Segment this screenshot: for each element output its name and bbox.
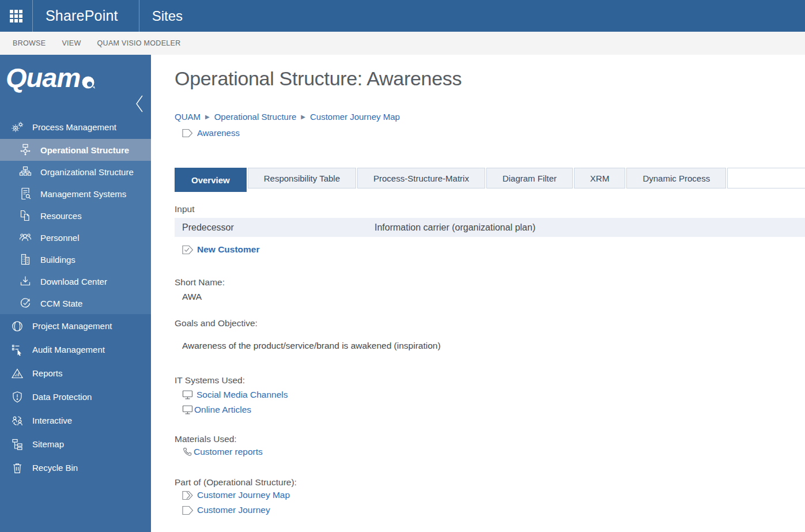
tab-overview[interactable]: Overview [175, 168, 247, 192]
pentagon-icon [182, 505, 194, 515]
it-system-link-online-articles[interactable]: Online Articles [182, 402, 805, 417]
predecessor-link-new-customer[interactable]: New Customer [182, 242, 805, 257]
process-pentagon-icon [182, 129, 193, 138]
sidebar-item-data-protection[interactable]: Data Protection [0, 385, 151, 409]
sidebar-item-label: Personnel [40, 233, 80, 243]
process-management-submenu: Operational Structure Organizational Str… [0, 139, 151, 314]
pentagon-check-icon [182, 245, 194, 255]
link-label: Customer Journey Map [197, 490, 290, 500]
link-label: Customer reports [194, 447, 263, 457]
sidebar-item-resources[interactable]: Resources [0, 205, 151, 227]
ribbon-tab-view[interactable]: VIEW [62, 39, 81, 47]
breadcrumb-link-operational-structure[interactable]: Operational Structure [214, 112, 297, 122]
tab-diagram-filter[interactable]: Diagram Filter [486, 168, 573, 188]
suite-bar: SharePoint Sites [0, 0, 805, 32]
sidebar-item-label: Organizational Structure [40, 167, 134, 177]
column-header-information-carrier: Information carrier (organizational plan… [375, 222, 535, 233]
waffle-icon [10, 10, 22, 22]
tab-strip-filler [727, 168, 805, 188]
sidebar-item-label: Download Center [40, 277, 107, 286]
sidebar-item-label: Buildings [40, 255, 75, 265]
sidebar-item-label: Reports [32, 368, 63, 378]
sidebar-item-organizational-structure[interactable]: Organizational Structure [0, 161, 151, 183]
materials-label: Materials Used: [175, 434, 805, 444]
sync-check-icon [18, 296, 33, 310]
logo-block: Quam [0, 55, 151, 115]
orgchart-icon [18, 165, 33, 179]
sidebar-item-label: Data Protection [32, 392, 92, 402]
sidebar-item-process-management[interactable]: Process Management [0, 115, 151, 139]
ribbon-tab-browse[interactable]: BROWSE [13, 39, 46, 47]
sidebar-item-reports[interactable]: Reports [0, 361, 151, 385]
sidebar-item-buildings[interactable]: Buildings [0, 248, 151, 270]
ribbon-tab-quam-visio-modeler[interactable]: QUAM VISIO MODELER [97, 39, 181, 47]
sidebar-item-label: Sitemap [32, 439, 64, 449]
building-icon [18, 252, 33, 266]
it-system-link-social-media-channels[interactable]: Social Media Channels [182, 387, 805, 402]
part-of-label: Part of (Operational Structure): [175, 477, 805, 488]
trash-icon [10, 461, 25, 475]
breadcrumb-current-awareness[interactable]: Awareness [197, 128, 240, 138]
shield-exclamation-icon [10, 390, 25, 404]
sidebar-item-ccm-state[interactable]: CCM State [0, 292, 151, 314]
link-label: Customer Journey [197, 505, 270, 515]
goals-value: Awareness of the product/service/brand i… [182, 341, 805, 351]
sidebar-item-recycle-bin[interactable]: Recycle Bin [0, 456, 151, 480]
sidebar-item-label: CCM State [40, 299, 82, 308]
sidebar-item-audit-management[interactable]: Audit Management [0, 338, 151, 361]
breadcrumb-separator-icon: ▶ [301, 114, 305, 120]
quam-logo-mark-icon [81, 76, 96, 93]
report-chart-icon [10, 367, 25, 380]
it-systems-label: IT Systems Used: [175, 375, 805, 386]
sidebar: Quam Process Management Operational Stru… [0, 55, 151, 532]
sidebar-item-management-systems[interactable]: Management Systems [0, 183, 151, 205]
phone-icon [182, 447, 192, 457]
app-launcher-button[interactable] [0, 0, 32, 32]
part-of-link-customer-journey[interactable]: Customer Journey [182, 503, 805, 518]
sidebar-item-sitemap[interactable]: Sitemap [0, 432, 151, 456]
breadcrumb-link-customer-journey-map[interactable]: Customer Journey Map [310, 112, 400, 122]
sidebar-collapse-button[interactable] [135, 94, 144, 116]
tab-dynamic-process[interactable]: Dynamic Process [626, 168, 726, 188]
link-label: Online Articles [194, 405, 251, 415]
sidebar-item-download-center[interactable]: Download Center [0, 270, 151, 292]
sidebar-item-project-management[interactable]: Project Management [0, 314, 151, 338]
sidebar-item-interactive[interactable]: Interactive [0, 409, 151, 432]
people-icon [18, 231, 33, 244]
input-section-label: Input [175, 204, 805, 214]
breadcrumb-current-row: Awareness [182, 128, 805, 138]
tab-xrm[interactable]: XRM [574, 168, 625, 188]
sidebar-item-label: Audit Management [32, 345, 105, 354]
quam-logo[interactable]: Quam [6, 63, 80, 93]
gears-icon [10, 120, 25, 134]
material-link-customer-reports[interactable]: Customer reports [182, 444, 805, 459]
tab-responsibility-table[interactable]: Responsibility Table [248, 168, 356, 188]
pages-icon [18, 209, 33, 222]
main-content: Operational Structure: Awareness QUAM ▶ … [151, 55, 805, 532]
short-name-value: AWA [182, 292, 805, 302]
sidebar-item-label: Process Management [32, 122, 116, 132]
sidebar-item-personnel[interactable]: Personnel [0, 227, 151, 248]
sitemap-icon [10, 437, 25, 451]
link-label: Social Media Channels [196, 390, 288, 400]
sidebar-item-operational-structure[interactable]: Operational Structure [0, 139, 151, 161]
checklist-cursor-icon [10, 343, 25, 357]
breadcrumb-link-quam[interactable]: QUAM [175, 112, 201, 122]
sharepoint-brand-link[interactable]: SharePoint [33, 0, 139, 32]
part-of-link-customer-journey-map[interactable]: Customer Journey Map [182, 488, 805, 503]
flowchart-icon [18, 143, 33, 157]
breadcrumb-separator-icon: ▶ [205, 114, 210, 120]
sites-link[interactable]: Sites [139, 0, 200, 32]
sidebar-item-label: Operational Structure [40, 145, 129, 155]
sidebar-item-label: Recycle Bin [32, 463, 78, 473]
breadcrumb: QUAM ▶ Operational Structure ▶ Customer … [175, 112, 805, 122]
ribbon-bar: BROWSE VIEW QUAM VISIO MODELER [0, 32, 805, 55]
tab-process-structure-matrix[interactable]: Process-Structure-Matrix [357, 168, 485, 188]
short-name-label: Short Name: [175, 277, 805, 288]
column-header-predecessor: Predecessor [175, 222, 375, 233]
sidebar-item-label: Interactive [32, 416, 72, 425]
input-table-header: Predecessor Information carrier (organiz… [175, 218, 805, 237]
tab-strip: Overview Responsibility Table Process-St… [175, 168, 805, 192]
page-title: Operational Structure: Awareness [175, 67, 805, 90]
people-exchange-icon [10, 414, 25, 428]
